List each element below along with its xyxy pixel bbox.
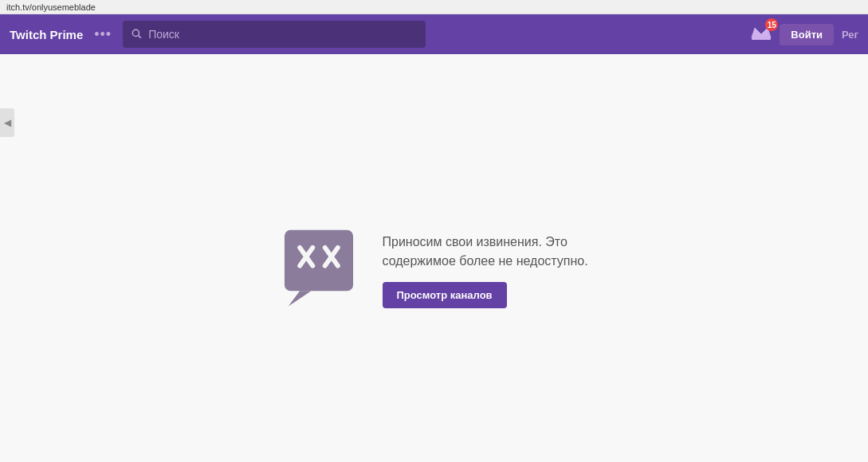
navbar: Twitch Prime ••• 15 Войти Рег [0,14,868,54]
main-content: ◀ Приносим свои извинения. Это содержимо… [0,54,868,462]
error-text-block: Приносим свои извинения. Это содержимое … [383,233,590,308]
browser-url: itch.tv/onlyusemeblade [6,2,96,12]
search-input[interactable] [148,28,418,41]
sidebar-toggle-button[interactable]: ◀ [0,108,14,137]
browser-bar: itch.tv/onlyusemeblade [0,0,868,14]
search-box [123,21,426,48]
login-button[interactable]: Войти [780,24,834,45]
svg-point-0 [132,29,139,36]
svg-line-1 [139,35,141,37]
nav-right: 15 Войти Рег [751,23,858,45]
svg-rect-4 [284,230,352,292]
dead-logo-icon [279,226,359,314]
brand-label[interactable]: Twitch Prime [10,28,83,41]
prime-crown-button[interactable]: 15 [751,23,772,45]
notification-badge: 15 [765,18,778,31]
search-icon [131,28,142,41]
chevron-left-icon: ◀ [4,117,11,128]
error-message: Приносим свои извинения. Это содержимое … [383,233,590,271]
nav-brand: Twitch Prime [10,28,83,41]
error-container: Приносим свои извинения. Это содержимое … [279,226,590,314]
svg-rect-3 [752,37,771,40]
more-options-button[interactable]: ••• [91,26,115,43]
svg-marker-5 [288,291,311,306]
browse-channels-button[interactable]: Просмотр каналов [383,282,507,308]
register-button[interactable]: Рег [842,29,858,41]
